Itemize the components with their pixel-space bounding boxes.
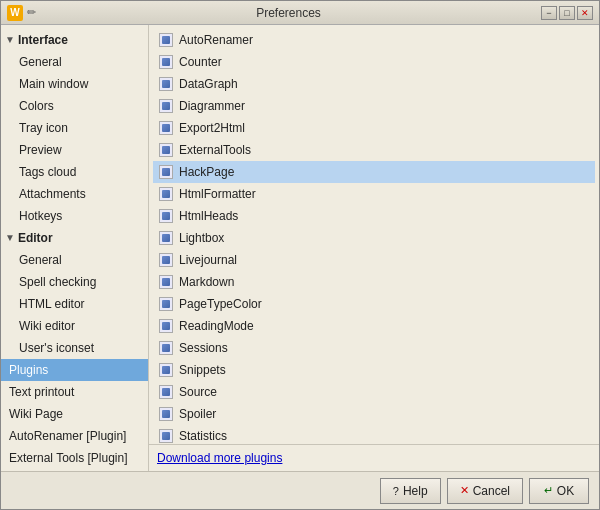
sidebar-item-users-iconset[interactable]: User's iconset (1, 337, 148, 359)
editor-arrow: ▼ (5, 229, 15, 247)
plugin-icon (159, 429, 173, 443)
plugin-name: Diagrammer (179, 97, 245, 115)
sidebar-group-interface[interactable]: ▼ Interface (1, 29, 148, 51)
download-link-area: Download more plugins (149, 444, 599, 471)
plugin-item[interactable]: Counter (153, 51, 595, 73)
plugin-item[interactable]: AutoRenamer (153, 29, 595, 51)
plugin-item[interactable]: Snippets (153, 359, 595, 381)
plugin-item[interactable]: HtmlFormatter (153, 183, 595, 205)
plugin-item[interactable]: Source (153, 381, 595, 403)
plugin-name: Livejournal (179, 251, 237, 269)
plugin-item[interactable]: HtmlHeads (153, 205, 595, 227)
ok-icon: ↵ (544, 484, 553, 497)
sidebar-item-spell-checking[interactable]: Spell checking (1, 271, 148, 293)
cancel-icon: ✕ (460, 484, 469, 497)
help-button[interactable]: ? Help (380, 478, 441, 504)
plugin-name: Sessions (179, 339, 228, 357)
interface-arrow: ▼ (5, 31, 15, 49)
plugin-item[interactable]: Spoiler (153, 403, 595, 425)
plugin-name: Snippets (179, 361, 226, 379)
sidebar-item-preview[interactable]: Preview (1, 139, 148, 161)
preferences-window: W ✏ Preferences − □ ✕ ▼ Interface Genera… (0, 0, 600, 510)
plugin-icon (159, 407, 173, 421)
ok-button[interactable]: ↵ OK (529, 478, 589, 504)
plugin-name: Statistics (179, 427, 227, 444)
sidebar-item-main-window[interactable]: Main window (1, 73, 148, 95)
sidebar-item-general-interface[interactable]: General (1, 51, 148, 73)
sidebar-item-plugins[interactable]: Plugins (1, 359, 148, 381)
footer: ? Help ✕ Cancel ↵ OK (1, 471, 599, 509)
plugin-item[interactable]: Export2Html (153, 117, 595, 139)
plugin-icon (159, 165, 173, 179)
help-label: Help (403, 484, 428, 498)
window-title: Preferences (36, 6, 541, 20)
plugin-item[interactable]: ExternalTools (153, 139, 595, 161)
ok-label: OK (557, 484, 574, 498)
sidebar-item-tray-icon[interactable]: Tray icon (1, 117, 148, 139)
plugin-name: HtmlFormatter (179, 185, 256, 203)
plugin-icon (159, 341, 173, 355)
plugin-icon (159, 55, 173, 69)
help-icon: ? (393, 485, 399, 497)
sidebar-item-wiki-editor[interactable]: Wiki editor (1, 315, 148, 337)
window-controls: − □ ✕ (541, 6, 593, 20)
sidebar-item-attachments[interactable]: Attachments (1, 183, 148, 205)
sidebar-item-text-printout[interactable]: Text printout (1, 381, 148, 403)
sidebar-item-html-editor[interactable]: HTML editor (1, 293, 148, 315)
sidebar-item-tags-cloud[interactable]: Tags cloud (1, 161, 148, 183)
plugin-icon (159, 121, 173, 135)
plugin-item[interactable]: Markdown (153, 271, 595, 293)
download-more-link[interactable]: Download more plugins (157, 451, 282, 465)
sidebar: ▼ Interface General Main window Colors T… (1, 25, 149, 471)
plugin-name: Lightbox (179, 229, 224, 247)
plugin-list: AutoRenamer Counter DataGraph Diagrammer… (149, 25, 599, 444)
plugin-item[interactable]: DataGraph (153, 73, 595, 95)
plugin-item[interactable]: Livejournal (153, 249, 595, 271)
sidebar-item-general-editor[interactable]: General (1, 249, 148, 271)
plugin-icon (159, 297, 173, 311)
plugin-name: ReadingMode (179, 317, 254, 335)
sidebar-item-autorenamer-plugin[interactable]: AutoRenamer [Plugin] (1, 425, 148, 447)
plugin-name: Counter (179, 53, 222, 71)
plugin-icon (159, 385, 173, 399)
plugin-icon (159, 209, 173, 223)
plugin-item[interactable]: Sessions (153, 337, 595, 359)
plugin-icon (159, 275, 173, 289)
app-icon: W (7, 5, 23, 21)
plugin-item[interactable]: Diagrammer (153, 95, 595, 117)
editor-label: Editor (18, 229, 53, 247)
plugin-icon (159, 231, 173, 245)
plugin-name: HackPage (179, 163, 234, 181)
plugin-name: DataGraph (179, 75, 238, 93)
plugin-item[interactable]: Lightbox (153, 227, 595, 249)
minimize-button[interactable]: − (541, 6, 557, 20)
sidebar-item-external-tools-plugin[interactable]: External Tools [Plugin] (1, 447, 148, 469)
plugin-name: PageTypeColor (179, 295, 262, 313)
plugin-icon (159, 77, 173, 91)
cancel-label: Cancel (473, 484, 510, 498)
sidebar-item-wiki-page[interactable]: Wiki Page (1, 403, 148, 425)
plugin-icon (159, 253, 173, 267)
cancel-button[interactable]: ✕ Cancel (447, 478, 523, 504)
plugin-icon (159, 33, 173, 47)
close-button[interactable]: ✕ (577, 6, 593, 20)
plugin-icon (159, 143, 173, 157)
plugin-icon (159, 187, 173, 201)
plugin-item[interactable]: ReadingMode (153, 315, 595, 337)
plugin-name: Source (179, 383, 217, 401)
sidebar-group-editor[interactable]: ▼ Editor (1, 227, 148, 249)
plugin-item[interactable]: Statistics (153, 425, 595, 444)
plugin-name: Markdown (179, 273, 234, 291)
sidebar-item-colors[interactable]: Colors (1, 95, 148, 117)
content-area: ▼ Interface General Main window Colors T… (1, 25, 599, 471)
plugin-icon (159, 363, 173, 377)
main-panel: AutoRenamer Counter DataGraph Diagrammer… (149, 25, 599, 471)
sidebar-item-hotkeys[interactable]: Hotkeys (1, 205, 148, 227)
plugin-name: Export2Html (179, 119, 245, 137)
plugin-name: AutoRenamer (179, 31, 253, 49)
plugin-item[interactable]: HackPage (153, 161, 595, 183)
maximize-button[interactable]: □ (559, 6, 575, 20)
plugin-icon (159, 319, 173, 333)
plugin-name: HtmlHeads (179, 207, 238, 225)
plugin-item[interactable]: PageTypeColor (153, 293, 595, 315)
